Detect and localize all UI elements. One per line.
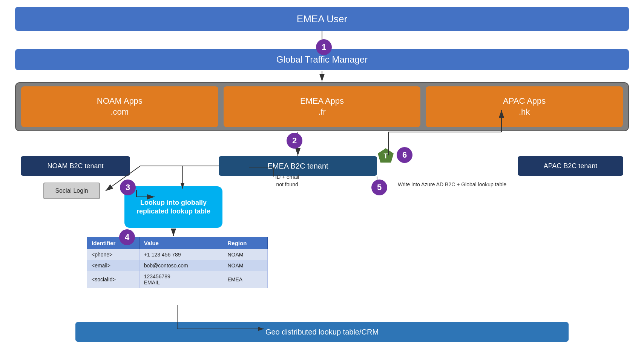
emea-user-label: EMEA User bbox=[297, 13, 347, 25]
cell-email-region: NOAM bbox=[223, 260, 268, 271]
table-row: <phone> +1 123 456 789 NOAM bbox=[87, 249, 268, 260]
emea-b2c-bar: EMEA B2C tenant bbox=[219, 156, 377, 176]
noam-b2c-bar: NOAM B2C tenant bbox=[21, 156, 130, 176]
badge-1: 1 bbox=[316, 39, 332, 55]
geo-bar-label: Geo distributed lookup table/CRM bbox=[265, 328, 379, 336]
cell-phone-id: <phone> bbox=[87, 249, 140, 260]
cell-phone-region: NOAM bbox=[223, 249, 268, 260]
write-label: Write into Azure AD B2C + Global lookup … bbox=[398, 181, 506, 189]
social-login-label: Social Login bbox=[55, 187, 88, 194]
noam-app-label: NOAM Apps.com bbox=[97, 96, 143, 117]
col-header-value: Value bbox=[139, 237, 223, 249]
col-header-region: Region bbox=[223, 237, 268, 249]
badge-5: 5 bbox=[371, 180, 387, 195]
apac-app-label: APAC Apps.hk bbox=[503, 96, 546, 117]
diagram: EMEA User 1 Global Traffic Manager NOAM … bbox=[0, 0, 644, 350]
apps-container: NOAM Apps.com EMEA Apps.fr APAC Apps.hk bbox=[15, 82, 629, 131]
gtm-label: Global Traffic Manager bbox=[276, 54, 368, 65]
cell-email-id: <email> bbox=[87, 260, 140, 271]
cell-social-val: 123456789EMAIL bbox=[139, 271, 223, 288]
apac-b2c-bar: APAC B2C tenant bbox=[518, 156, 623, 176]
pentagon-t-icon: T bbox=[377, 147, 394, 164]
badge-2: 2 bbox=[287, 133, 302, 149]
cell-social-id: <socialId> bbox=[87, 271, 140, 288]
emea-app-box: EMEA Apps.fr bbox=[224, 86, 421, 127]
social-login-box: Social Login bbox=[43, 183, 100, 199]
table-row: <socialId> 123456789EMAIL EMEA bbox=[87, 271, 268, 288]
lookup-table: Identifier Value Region <phone> +1 123 4… bbox=[87, 237, 268, 288]
lookup-bubble: Lookup into globally replicated lookup t… bbox=[124, 186, 222, 228]
noam-b2c-label: NOAM B2C tenant bbox=[47, 162, 103, 170]
badge-3: 3 bbox=[120, 180, 136, 195]
id-not-found-label: ID + emailnot found bbox=[275, 173, 299, 188]
cell-email-val: bob@contoso.com bbox=[139, 260, 223, 271]
cell-phone-val: +1 123 456 789 bbox=[139, 249, 223, 260]
lookup-bubble-label: Lookup into globally replicated lookup t… bbox=[128, 198, 219, 216]
badge-6: 6 bbox=[397, 147, 412, 163]
table-row: <email> bob@contoso.com NOAM bbox=[87, 260, 268, 271]
badge-4: 4 bbox=[119, 229, 135, 245]
emea-b2c-label: EMEA B2C tenant bbox=[267, 162, 328, 170]
apac-b2c-label: APAC B2C tenant bbox=[544, 162, 598, 170]
apac-app-box: APAC Apps.hk bbox=[426, 86, 623, 127]
svg-text:T: T bbox=[384, 152, 388, 160]
emea-user-bar: EMEA User bbox=[15, 7, 629, 31]
noam-app-box: NOAM Apps.com bbox=[21, 86, 218, 127]
cell-social-region: EMEA bbox=[223, 271, 268, 288]
geo-bar: Geo distributed lookup table/CRM bbox=[75, 322, 569, 342]
emea-app-label: EMEA Apps.fr bbox=[300, 96, 344, 117]
